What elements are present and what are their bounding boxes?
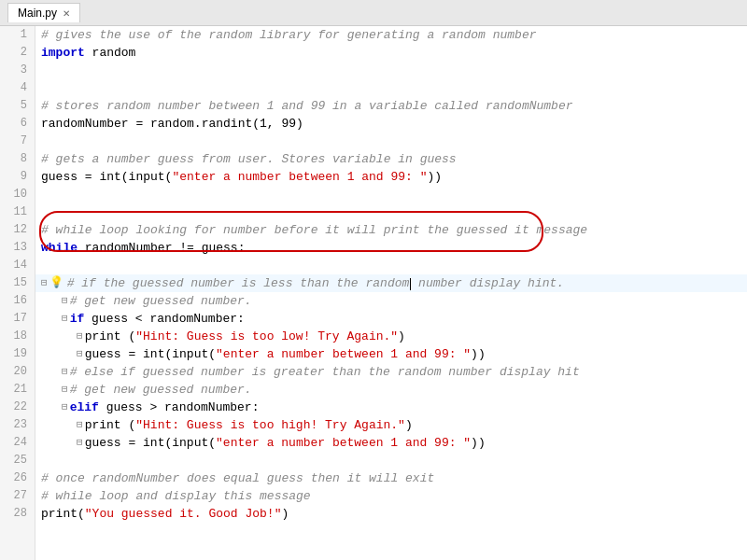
code-text: # while loop and display this message	[41, 487, 311, 505]
line-num-10: 10	[0, 186, 35, 203]
line-num-7: 7	[0, 133, 35, 150]
code-line-2: import random	[35, 44, 747, 62]
line-num-27: 27	[0, 487, 35, 505]
code-line-28: print("You guessed it. Good Job!")	[35, 505, 747, 523]
line-num-6: 6	[0, 115, 35, 133]
code-text: print (	[85, 328, 136, 345]
tab-main-py[interactable]: Main.py ✕	[7, 3, 80, 22]
lightbulb-icon: 💡	[49, 274, 63, 292]
collapse-icon-18[interactable]: ⊟	[77, 328, 83, 345]
editor-window: Main.py ✕ 1 2 3 4 5 6 7 8 9 10 11 12 13 …	[0, 0, 747, 560]
collapse-icon-22[interactable]: ⊟	[62, 399, 68, 416]
code-line-17: ⊟ if guess < randomNumber:	[35, 310, 747, 328]
code-text: guess = int(input(	[85, 345, 216, 363]
code-text: ))	[471, 345, 486, 363]
code-text: if	[70, 310, 85, 328]
code-text: # get new guessed number.	[70, 292, 252, 310]
code-text: "You guessed it. Good Job!"	[85, 505, 282, 523]
line-num-5: 5	[0, 97, 35, 115]
line-num-15: 15	[0, 274, 35, 292]
line-num-9: 9	[0, 168, 35, 186]
code-text: # gets a number guess from user. Stores …	[41, 150, 457, 168]
line-num-8: 8	[0, 150, 35, 168]
code-line-5: # stores random number between 1 and 99 …	[35, 97, 747, 115]
line-num-3: 3	[0, 62, 35, 79]
code-text: )	[405, 416, 413, 434]
code-text: randomNumber != guess:	[78, 239, 245, 257]
line-numbers: 1 2 3 4 5 6 7 8 9 10 11 12 13 14 15 16 1…	[0, 26, 35, 560]
line-num-1: 1	[0, 26, 35, 44]
code-line-9: guess = int(input("enter a number betwee…	[35, 168, 747, 186]
code-text: guess = int(input(	[85, 434, 216, 452]
collapse-icon-24[interactable]: ⊟	[77, 434, 83, 452]
line-num-16: 16	[0, 292, 35, 310]
code-text: guess = int(input(	[41, 168, 172, 186]
code-line-13: while randomNumber != guess:	[35, 239, 747, 257]
line-num-18: 18	[0, 328, 35, 345]
line-num-26: 26	[0, 469, 35, 487]
code-line-24: ⊟ guess = int(input("enter a number betw…	[35, 434, 747, 452]
code-line-12: # while loop looking for number before i…	[35, 221, 747, 239]
code-text: "Hint: Guess is too high! Try Again."	[135, 416, 405, 434]
code-line-18: ⊟ print ("Hint: Guess is too low! Try Ag…	[35, 328, 747, 345]
code-line-10	[35, 186, 747, 203]
code-text: random	[85, 44, 136, 62]
code-line-4	[35, 79, 747, 97]
code-line-8: # gets a number guess from user. Stores …	[35, 150, 747, 168]
line-num-11: 11	[0, 203, 35, 221]
title-bar: Main.py ✕	[0, 0, 747, 26]
code-text: # get new guessed number.	[70, 381, 252, 399]
line-num-25: 25	[0, 452, 35, 469]
code-line-3	[35, 62, 747, 79]
code-line-23: ⊟ print ("Hint: Guess is too high! Try A…	[35, 416, 747, 434]
code-editor[interactable]: # gives the use of the random library fo…	[35, 26, 747, 560]
code-text: "enter a number between 1 and 99: "	[216, 434, 471, 452]
code-text: "enter a number between 1 and 99: "	[216, 345, 471, 363]
code-line-20: ⊟ # else if guessed number is greater th…	[35, 363, 747, 381]
code-line-1: # gives the use of the random library fo…	[35, 26, 747, 44]
line-num-13: 13	[0, 239, 35, 257]
line-num-28: 28	[0, 505, 35, 523]
code-text: )	[281, 505, 289, 523]
line-num-20: 20	[0, 363, 35, 381]
code-text: print (	[85, 416, 136, 434]
tab-close-button[interactable]: ✕	[63, 8, 70, 19]
line-num-2: 2	[0, 44, 35, 62]
code-text: while	[41, 239, 78, 257]
tab-label: Main.py	[18, 7, 57, 20]
code-line-15: ⊟ 💡 # if the guessed number is less than…	[35, 274, 747, 292]
code-line-21: ⊟ # get new guessed number.	[35, 381, 747, 399]
collapse-icon-21[interactable]: ⊟	[62, 381, 68, 399]
code-line-26: # once randomNumber does equal guess the…	[35, 469, 747, 487]
code-line-16: ⊟ # get new guessed number.	[35, 292, 747, 310]
code-text: # stores random number between 1 and 99 …	[41, 97, 573, 115]
code-text: )	[398, 328, 405, 345]
line-num-24: 24	[0, 434, 35, 452]
code-line-27: # while loop and display this message	[35, 487, 747, 505]
collapse-icon-20[interactable]: ⊟	[62, 363, 68, 381]
code-text: print(	[41, 505, 85, 523]
code-text: # gives the use of the random library fo…	[41, 26, 537, 44]
line-num-23: 23	[0, 416, 35, 434]
editor-area[interactable]: 1 2 3 4 5 6 7 8 9 10 11 12 13 14 15 16 1…	[0, 26, 747, 560]
code-text: import	[41, 44, 85, 62]
code-text: "enter a number between 1 and 99: "	[172, 168, 427, 186]
collapse-icon-17[interactable]: ⊟	[62, 310, 68, 328]
code-line-6: randomNumber = random.randint(1, 99)	[35, 115, 747, 133]
line-num-17: 17	[0, 310, 35, 328]
line-num-12: 12	[0, 221, 35, 239]
code-text: ))	[471, 434, 486, 452]
collapse-icon-23[interactable]: ⊟	[77, 416, 83, 434]
code-line-11	[35, 203, 747, 221]
code-text: "Hint: Guess is too low! Try Again."	[135, 328, 398, 345]
code-text: ))	[427, 168, 442, 186]
code-text: guess > randomNumber:	[99, 399, 260, 416]
code-text: # once randomNumber does equal guess the…	[41, 469, 434, 487]
line-num-4: 4	[0, 79, 35, 97]
code-text: guess < randomNumber:	[84, 310, 245, 328]
collapse-icon-19[interactable]: ⊟	[77, 345, 83, 363]
collapse-icon[interactable]: ⊟	[41, 274, 48, 292]
code-line-14	[35, 257, 747, 274]
collapse-icon-16[interactable]: ⊟	[62, 292, 68, 310]
code-text: # else if guessed number is greater than…	[70, 363, 580, 381]
